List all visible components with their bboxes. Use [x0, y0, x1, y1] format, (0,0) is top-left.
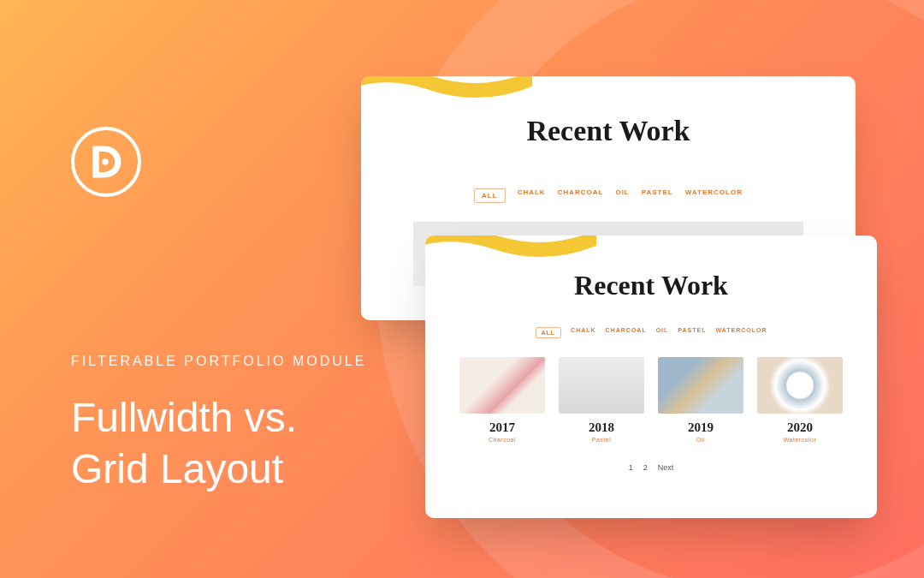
filter-watercolor[interactable]: WATERCOLOR: [715, 327, 767, 338]
card-title: Recent Work: [425, 270, 877, 301]
portfolio-thumb: [757, 357, 843, 414]
eyebrow-text: FILTERABLE PORTFOLIO MODULE: [71, 354, 366, 369]
portfolio-year: 2017: [459, 420, 545, 435]
headline: Fullwidth vs. Grid Layout: [71, 392, 297, 495]
card-title: Recent Work: [361, 115, 856, 147]
filter-pastel[interactable]: PASTEL: [642, 188, 673, 203]
page-next[interactable]: Next: [658, 463, 674, 472]
filter-all[interactable]: ALL: [474, 188, 506, 203]
headline-line-1: Fullwidth vs.: [71, 395, 297, 440]
filter-bar: ALL CHALK CHARCOAL OIL PASTEL WATERCOLOR: [361, 188, 856, 203]
portfolio-grid: 2017 Charcoal 2018 Pastel 2019 Oil 2020 …: [425, 357, 877, 443]
yellow-swoosh-icon: [361, 76, 532, 114]
page-1[interactable]: 1: [629, 463, 633, 472]
filter-pastel[interactable]: PASTEL: [678, 327, 706, 338]
portfolio-item[interactable]: 2020 Watercolor: [757, 357, 843, 443]
page-2[interactable]: 2: [643, 463, 648, 472]
pagination: 1 2 Next: [425, 463, 877, 472]
portfolio-category: Oil: [658, 437, 743, 443]
portfolio-thumb: [658, 357, 743, 414]
portfolio-thumb: [559, 357, 644, 414]
portfolio-category: Charcoal: [459, 437, 545, 443]
portfolio-item[interactable]: 2017 Charcoal: [459, 357, 545, 443]
headline-line-2: Grid Layout: [71, 446, 283, 492]
preview-card-grid: Recent Work ALL CHALK CHARCOAL OIL PASTE…: [425, 235, 877, 518]
portfolio-year: 2018: [559, 420, 644, 435]
filter-watercolor[interactable]: WATERCOLOR: [685, 188, 743, 203]
portfolio-year: 2019: [658, 420, 743, 435]
portfolio-item[interactable]: 2018 Pastel: [559, 357, 644, 443]
portfolio-item[interactable]: 2019 Oil: [658, 357, 743, 443]
filter-chalk[interactable]: CHALK: [571, 327, 596, 338]
portfolio-category: Watercolor: [757, 437, 843, 443]
filter-chalk[interactable]: CHALK: [518, 188, 546, 203]
svg-point-0: [102, 158, 108, 164]
filter-charcoal[interactable]: CHARCOAL: [606, 327, 647, 338]
portfolio-category: Pastel: [559, 437, 644, 443]
filter-charcoal[interactable]: CHARCOAL: [558, 188, 604, 203]
portfolio-year: 2020: [757, 420, 843, 435]
divi-logo: [71, 127, 141, 197]
filter-bar: ALL CHALK CHARCOAL OIL PASTEL WATERCOLOR: [425, 327, 877, 338]
yellow-swoosh-icon: [425, 235, 596, 273]
filter-oil[interactable]: OIL: [656, 327, 669, 338]
filter-oil[interactable]: OIL: [615, 188, 629, 203]
portfolio-thumb: [459, 357, 545, 414]
filter-all[interactable]: ALL: [536, 327, 562, 338]
divi-logo-icon: [86, 142, 126, 182]
